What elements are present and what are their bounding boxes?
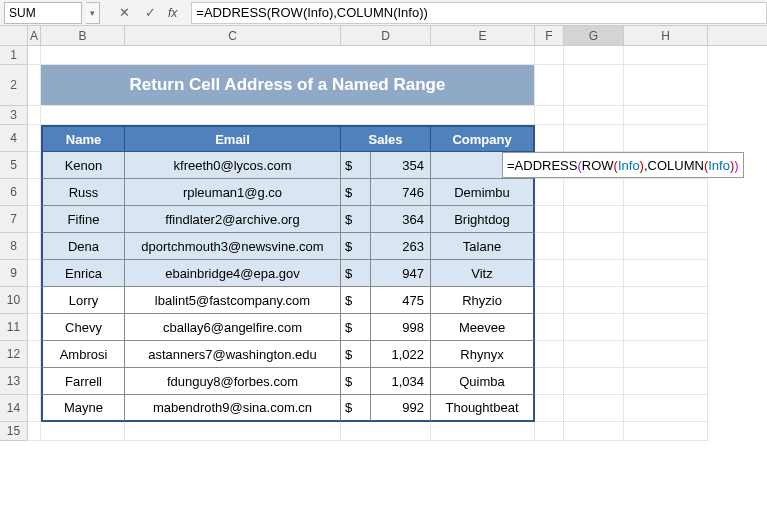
- cell-email[interactable]: lbalint5@fastcompany.com: [125, 287, 341, 314]
- row-header[interactable]: 6: [0, 179, 28, 206]
- cell-sales[interactable]: 998: [371, 314, 431, 341]
- row-header[interactable]: 13: [0, 368, 28, 395]
- row-header[interactable]: 4: [0, 125, 28, 152]
- cell-sales[interactable]: 1,022: [371, 341, 431, 368]
- cell-company[interactable]: Vitz: [431, 260, 535, 287]
- table-header-company[interactable]: Company: [431, 125, 535, 152]
- name-box-dropdown[interactable]: ▾: [86, 2, 100, 24]
- cell-edit-overlay[interactable]: =ADDRESS(ROW(Info),COLUMN(Info)): [502, 152, 744, 178]
- cell-company[interactable]: Thoughtbeat: [431, 395, 535, 422]
- cell-name[interactable]: Dena: [41, 233, 125, 260]
- cell-email[interactable]: ebainbridge4@epa.gov: [125, 260, 341, 287]
- cell[interactable]: [535, 368, 564, 395]
- row-header[interactable]: 15: [0, 422, 28, 441]
- cell-currency[interactable]: $: [341, 206, 371, 233]
- cell-name[interactable]: Farrell: [41, 368, 125, 395]
- cell[interactable]: [28, 179, 41, 206]
- table-header-email[interactable]: Email: [125, 125, 341, 152]
- cell-name[interactable]: Ambrosi: [41, 341, 125, 368]
- cell[interactable]: [624, 287, 708, 314]
- cell[interactable]: [535, 179, 564, 206]
- cell[interactable]: [535, 106, 564, 125]
- cell[interactable]: [624, 368, 708, 395]
- cell-currency[interactable]: $: [341, 233, 371, 260]
- cell[interactable]: [624, 46, 708, 65]
- cell[interactable]: [28, 233, 41, 260]
- cell[interactable]: [28, 395, 41, 422]
- col-header-e[interactable]: E: [431, 26, 535, 45]
- cell[interactable]: [28, 125, 41, 152]
- cell[interactable]: [624, 395, 708, 422]
- cell[interactable]: [535, 233, 564, 260]
- cell[interactable]: [28, 314, 41, 341]
- cell[interactable]: [564, 368, 624, 395]
- cell[interactable]: [564, 422, 624, 441]
- cell[interactable]: [28, 65, 41, 106]
- cell-company[interactable]: Rhynyx: [431, 341, 535, 368]
- cell-name[interactable]: Chevy: [41, 314, 125, 341]
- cell-company[interactable]: Quimba: [431, 368, 535, 395]
- cell[interactable]: [28, 368, 41, 395]
- cell[interactable]: [535, 395, 564, 422]
- cell[interactable]: [564, 206, 624, 233]
- cancel-icon[interactable]: ✕: [116, 5, 132, 21]
- cell[interactable]: [624, 65, 708, 106]
- cell[interactable]: [28, 106, 41, 125]
- cell[interactable]: [564, 46, 624, 65]
- cell[interactable]: [341, 422, 431, 441]
- cell[interactable]: [624, 422, 708, 441]
- cell[interactable]: [535, 65, 564, 106]
- cell-company[interactable]: Brightdog: [431, 206, 535, 233]
- col-header-a[interactable]: A: [28, 26, 41, 45]
- cell-currency[interactable]: $: [341, 341, 371, 368]
- cell-email[interactable]: kfreeth0@lycos.com: [125, 152, 341, 179]
- row-header[interactable]: 9: [0, 260, 28, 287]
- row-header[interactable]: 1: [0, 46, 28, 65]
- cell-currency[interactable]: $: [341, 287, 371, 314]
- cell-currency[interactable]: $: [341, 260, 371, 287]
- col-header-b[interactable]: B: [41, 26, 125, 45]
- cell-sales[interactable]: 354: [371, 152, 431, 179]
- cell-name[interactable]: Fifine: [41, 206, 125, 233]
- row-header[interactable]: 5: [0, 152, 28, 179]
- cell[interactable]: [624, 314, 708, 341]
- cell[interactable]: [125, 422, 341, 441]
- formula-input[interactable]: =ADDRESS(ROW(Info),COLUMN(Info)): [191, 2, 767, 24]
- cell-sales[interactable]: 746: [371, 179, 431, 206]
- cell-name[interactable]: Enrica: [41, 260, 125, 287]
- row-header[interactable]: 2: [0, 65, 28, 106]
- cell[interactable]: [564, 179, 624, 206]
- cell[interactable]: [624, 125, 708, 152]
- cell-name[interactable]: Lorry: [41, 287, 125, 314]
- cell[interactable]: [41, 422, 125, 441]
- enter-icon[interactable]: ✓: [142, 5, 158, 21]
- cell-currency[interactable]: $: [341, 179, 371, 206]
- cell[interactable]: [564, 395, 624, 422]
- col-header-c[interactable]: C: [125, 26, 341, 45]
- cell[interactable]: [28, 422, 41, 441]
- cell-email[interactable]: ffindlater2@archive.org: [125, 206, 341, 233]
- cell[interactable]: [41, 106, 535, 125]
- col-header-g[interactable]: G: [564, 26, 624, 45]
- cell[interactable]: [535, 260, 564, 287]
- cell[interactable]: [535, 46, 564, 65]
- cell[interactable]: [535, 422, 564, 441]
- cell-currency[interactable]: $: [341, 152, 371, 179]
- cell[interactable]: [28, 46, 41, 65]
- row-header[interactable]: 3: [0, 106, 28, 125]
- col-header-d[interactable]: D: [341, 26, 431, 45]
- row-header[interactable]: 7: [0, 206, 28, 233]
- cell[interactable]: [564, 106, 624, 125]
- cell[interactable]: [564, 65, 624, 106]
- cell-name[interactable]: Mayne: [41, 395, 125, 422]
- row-header[interactable]: 10: [0, 287, 28, 314]
- cell[interactable]: [564, 233, 624, 260]
- cell-email[interactable]: mabendroth9@sina.com.cn: [125, 395, 341, 422]
- cell-sales[interactable]: 992: [371, 395, 431, 422]
- cell[interactable]: [28, 206, 41, 233]
- row-header[interactable]: 8: [0, 233, 28, 260]
- cell[interactable]: [535, 206, 564, 233]
- cell[interactable]: [535, 287, 564, 314]
- cell[interactable]: [431, 422, 535, 441]
- col-header-h[interactable]: H: [624, 26, 708, 45]
